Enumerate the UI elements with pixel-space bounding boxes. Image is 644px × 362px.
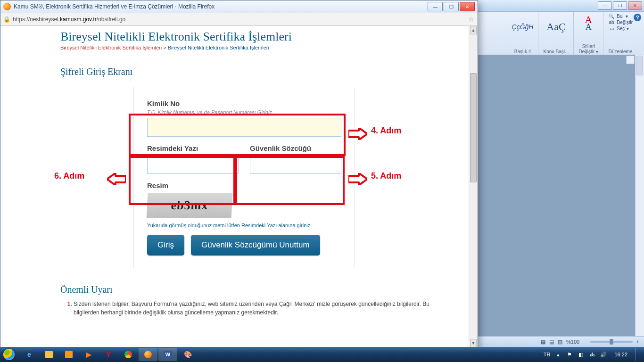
app-icon <box>65 351 73 358</box>
address-bar[interactable]: 🔒 https://nesbireysel.kamusm.gov.tr/nbsi… <box>0 13 478 26</box>
zoom-out-button[interactable]: − <box>583 339 586 345</box>
warning-heading: Önemli Uyarı <box>60 284 456 295</box>
firefox-minimize-button[interactable]: — <box>428 2 443 11</box>
chrome-icon <box>124 351 132 358</box>
word-maximize-button[interactable]: ❐ <box>613 1 627 10</box>
ribbon-find[interactable]: 🔍Bul ▾ <box>608 14 633 19</box>
page-vertical-scrollbar[interactable]: ▲ ▼ <box>469 26 478 347</box>
taskbar-word[interactable]: W <box>158 348 177 361</box>
ribbon-style-konubasl[interactable]: AaÇ Konu Başl... <box>538 12 573 55</box>
kimlik-input[interactable] <box>147 118 341 137</box>
system-tray[interactable]: TR ▴ ⚑ ◧ 🖧 🔊 16:22 <box>539 347 644 362</box>
login-card: Kimlik No T.C. Kimlik Numarası ya da Pas… <box>133 87 355 268</box>
show-desktop-button[interactable] <box>635 348 639 361</box>
ribbon-select[interactable]: ▭Seç ▾ <box>608 26 633 31</box>
zoom-in-button[interactable]: + <box>636 339 639 345</box>
yandex-icon: Y <box>104 350 113 359</box>
view-reading-icon[interactable]: ▤ <box>549 339 554 345</box>
resim-label: Resim <box>147 181 341 189</box>
view-print-layout-icon[interactable]: ▦ <box>541 339 545 345</box>
ie-icon: e <box>25 350 34 359</box>
scroll-up-button[interactable]: ▲ <box>470 26 477 34</box>
page-title: Bireysel Nitelikli Elektronik Sertifika … <box>60 30 456 44</box>
scroll-down-button[interactable]: ▼ <box>470 339 477 347</box>
taskbar-firefox[interactable] <box>139 348 157 361</box>
firefox-window: Kamu SM®, Elektronik Sertifika Hizmetler… <box>0 0 478 348</box>
help-icon[interactable]: ? <box>634 14 641 21</box>
bookmark-star-icon[interactable]: ☆ <box>467 16 475 23</box>
taskbar-media[interactable]: ▶ <box>79 348 98 361</box>
guvenlik-unuttum-button[interactable]: Güvenlik Sözcüğümü Unuttum <box>191 235 320 255</box>
breadcrumb-current: Bireysel Nitelikli Elektronik Sertifika … <box>168 45 269 50</box>
word-minimize-button[interactable]: — <box>598 1 612 10</box>
zoom-slider[interactable] <box>590 341 633 343</box>
ruler-toggle[interactable] <box>626 56 635 64</box>
resimdeki-input[interactable] <box>147 155 239 174</box>
word-close-button[interactable]: ✕ <box>628 1 642 10</box>
lock-icon: 🔒 <box>3 16 10 23</box>
firefox-icon <box>3 3 11 10</box>
resimdeki-label: Resimdeki Yazı <box>147 144 239 152</box>
play-icon: ▶ <box>84 350 93 359</box>
start-button[interactable] <box>0 347 18 362</box>
view-web-icon[interactable]: ▥ <box>558 339 562 345</box>
section-heading: Şifreli Giriş Ekranı <box>60 66 456 77</box>
note-item: Sizden istenen bilgiler, Başvuru Formu'n… <box>74 300 456 317</box>
kimlik-label: Kimlik No <box>147 99 341 107</box>
captcha-note: Yukarıda görmüş olduğunuz metni lütfen R… <box>147 222 341 228</box>
taskbar-yandex[interactable]: Y <box>99 348 118 361</box>
firefox-titlebar[interactable]: Kamu SM®, Elektronik Sertifika Hizmetler… <box>0 0 478 13</box>
taskbar-explorer[interactable] <box>40 348 58 361</box>
giris-button[interactable]: Giriş <box>147 235 184 255</box>
ribbon-group-edit: 🔍Bul ▾ abDeğiştir ▭Seç ▾ Düzenleme <box>603 12 637 55</box>
captcha-image: eb3mx <box>147 193 233 218</box>
language-indicator[interactable]: TR <box>544 352 551 357</box>
ribbon-change-styles[interactable]: AA StilleriDeğiştir ▾ <box>573 12 603 55</box>
guvenlik-label: Güvenlik Sözcüğü <box>250 144 341 152</box>
kimlik-hint: T.C. Kimlik Numarası ya da Pasaport Numa… <box>147 109 341 115</box>
ribbon-style-baslik4[interactable]: ÇçĞğH Başlık 4 <box>507 12 538 55</box>
tray-app-icon[interactable]: ◧ <box>578 351 584 358</box>
breadcrumb: Bireysel Nitelikli Elektronik Sertifika … <box>60 45 456 50</box>
word-vertical-scrollbar[interactable] <box>635 55 644 337</box>
breadcrumb-link[interactable]: Bireysel Nitelikli Elektronik Sertifika … <box>60 45 162 50</box>
ribbon-replace[interactable]: abDeğiştir <box>608 20 633 25</box>
url-text[interactable]: https://nesbireysel.kamusm.gov.tr/nbsifr… <box>13 16 467 23</box>
taskbar[interactable]: e ▶ Y W 🎨 TR ▴ ⚑ ◧ 🖧 🔊 16:22 <box>0 347 644 362</box>
windows-orb-icon <box>3 349 15 360</box>
paint-icon: 🎨 <box>183 350 192 359</box>
tray-show-hidden-icon[interactable]: ▴ <box>555 351 561 358</box>
taskbar-ie[interactable]: e <box>20 348 39 361</box>
firefox-taskbar-icon <box>144 351 152 358</box>
zoom-level[interactable]: %100 <box>566 339 579 345</box>
word-icon: W <box>164 351 172 358</box>
folder-icon <box>45 351 53 358</box>
guvenlik-input[interactable] <box>250 155 341 174</box>
taskbar-paint[interactable]: 🎨 <box>178 348 197 361</box>
window-title: Kamu SM®, Elektronik Sertifika Hizmetler… <box>14 3 428 10</box>
taskbar-app-orange[interactable] <box>59 348 78 361</box>
action-center-icon[interactable]: ⚑ <box>566 351 573 358</box>
taskbar-chrome[interactable] <box>119 348 138 361</box>
page-viewport: Bireysel Nitelikli Elektronik Sertifika … <box>0 26 478 347</box>
firefox-close-button[interactable]: ✕ <box>460 2 475 11</box>
firefox-maximize-button[interactable]: ❐ <box>444 2 459 11</box>
clock[interactable]: 16:22 <box>611 352 630 357</box>
volume-icon[interactable]: 🔊 <box>600 351 607 358</box>
notes-list: Sizden istenen bilgiler, Başvuru Formu'n… <box>60 300 456 317</box>
scroll-thumb[interactable] <box>470 73 477 182</box>
network-icon[interactable]: 🖧 <box>589 351 595 358</box>
